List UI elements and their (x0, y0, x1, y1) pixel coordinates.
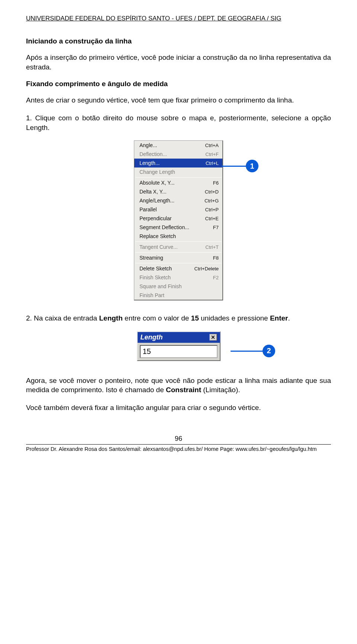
menu-item[interactable]: Angle/Length...Ctrl+G (134, 196, 222, 205)
menu-item[interactable]: Length...Ctrl+L (134, 159, 222, 167)
menu-item-label: Delete Sketch (139, 266, 172, 271)
menu-item: Tangent Curve...Ctrl+T (134, 243, 222, 251)
menu-item-shortcut: Ctrl+F (205, 152, 219, 157)
step-1: 1. Clique com o botão direito do mouse s… (26, 113, 331, 132)
bold-text: 15 (191, 314, 199, 322)
callout-1: 1 (246, 160, 258, 172)
menu-item-shortcut: Ctrl+L (206, 160, 219, 166)
menu-item-shortcut: Ctrl+P (205, 207, 219, 212)
menu-item[interactable]: Replace Sketch (134, 232, 222, 241)
page-number: 96 (26, 435, 331, 443)
menu-item-label: Finish Sketch (139, 274, 171, 280)
context-menu: Angle...Ctrl+ADeflection...Ctrl+FLength.… (134, 140, 223, 300)
menu-separator (135, 241, 221, 242)
bold-text: Length (99, 314, 122, 322)
text: 2. Na caixa de entrada (26, 314, 99, 322)
menu-item[interactable]: ParallelCtrl+P (134, 205, 222, 214)
menu-item-label: Square and Finish (139, 283, 182, 289)
length-input[interactable] (140, 345, 218, 358)
menu-item-shortcut: F6 (213, 180, 219, 186)
menu-item-shortcut: Ctrl+A (205, 143, 219, 148)
menu-item-label: Absolute X, Y... (139, 180, 174, 186)
menu-item-shortcut: F8 (213, 255, 219, 261)
bold-text: Constraint (166, 386, 201, 394)
menu-item: Finish Part (134, 291, 222, 300)
menu-item-label: Perpendicular (139, 215, 171, 221)
menu-item[interactable]: StreamingF8 (134, 253, 222, 262)
section-title-1: Iniciando a construção da linha (26, 37, 331, 45)
menu-separator (135, 252, 221, 253)
menu-item-label: Finish Part (139, 292, 164, 298)
footer: Professor Dr. Alexandre Rosa dos Santos/… (26, 446, 331, 452)
menu-item-shortcut: Ctrl+T (205, 244, 219, 250)
page-header: UNIVERSIDADE FEDERAL DO ESPÍRITO SANTO -… (26, 15, 331, 22)
menu-item-shortcut: Ctrl+Delete (194, 266, 219, 271)
bold-text: Enter (270, 314, 288, 322)
menu-separator (135, 177, 221, 178)
menu-item-shortcut: Ctrl+E (205, 216, 219, 221)
callout-line (221, 166, 247, 167)
menu-item[interactable]: PerpendicularCtrl+E (134, 214, 222, 223)
length-dialog: Length ✕ (137, 331, 221, 361)
step-2: 2. Na caixa de entrada Length entre com … (26, 313, 331, 323)
paragraph: Após a inserção do primeiro vértice, voc… (26, 53, 331, 72)
menu-item-shortcut: F7 (213, 225, 219, 230)
menu-item-shortcut: Ctrl+D (205, 189, 219, 195)
section-title-2: Fixando comprimento e ângulo de medida (26, 80, 331, 88)
dialog-titlebar: Length ✕ (138, 332, 220, 343)
menu-item-label: Streaming (139, 255, 163, 261)
length-dialog-figure: Length ✕ 2 (26, 331, 331, 361)
menu-item-shortcut: Ctrl+G (205, 198, 219, 204)
menu-item-label: Angle... (139, 142, 157, 148)
close-icon[interactable]: ✕ (209, 334, 217, 341)
menu-item-label: Parallel (139, 206, 157, 212)
menu-item: Square and Finish (134, 282, 222, 291)
text: . (288, 314, 290, 322)
menu-item-label: Length... (139, 160, 160, 166)
menu-item[interactable]: Angle...Ctrl+A (134, 141, 222, 150)
menu-item: Finish SketchF2 (134, 273, 222, 282)
callout-line (231, 351, 264, 352)
menu-item[interactable]: Segment Deflection...F7 (134, 223, 222, 232)
text: unidades e pressione (199, 314, 270, 322)
paragraph: Você também deverá fixar a limitação ang… (26, 403, 331, 413)
menu-item: Deflection...Ctrl+F (134, 150, 222, 159)
menu-item-label: Tangent Curve... (139, 244, 178, 250)
menu-item[interactable]: Delete SketchCtrl+Delete (134, 264, 222, 273)
text: (Limitação). (201, 386, 240, 394)
menu-item: Change Length (134, 167, 222, 176)
text: entre com o valor de (123, 314, 191, 322)
menu-item-label: Deflection... (139, 151, 167, 157)
menu-item-label: Change Length (139, 169, 175, 175)
menu-separator (135, 263, 221, 263)
menu-item[interactable]: Absolute X, Y...F6 (134, 178, 222, 187)
menu-item-label: Segment Deflection... (139, 224, 189, 230)
dialog-body (138, 343, 220, 360)
dialog-title: Length (141, 334, 163, 341)
menu-item-label: Angle/Length... (139, 198, 174, 204)
menu-item-label: Delta X, Y... (139, 189, 167, 195)
menu-item-shortcut: F2 (213, 275, 219, 280)
footer-rule (26, 444, 331, 445)
context-menu-figure: Angle...Ctrl+ADeflection...Ctrl+FLength.… (26, 140, 331, 300)
paragraph: Agora, se você mover o ponteiro, note qu… (26, 376, 331, 395)
menu-item[interactable]: Delta X, Y...Ctrl+D (134, 187, 222, 196)
menu-item-label: Replace Sketch (139, 233, 176, 239)
callout-2: 2 (263, 345, 275, 357)
paragraph: Antes de criar o segundo vértice, você t… (26, 95, 331, 105)
